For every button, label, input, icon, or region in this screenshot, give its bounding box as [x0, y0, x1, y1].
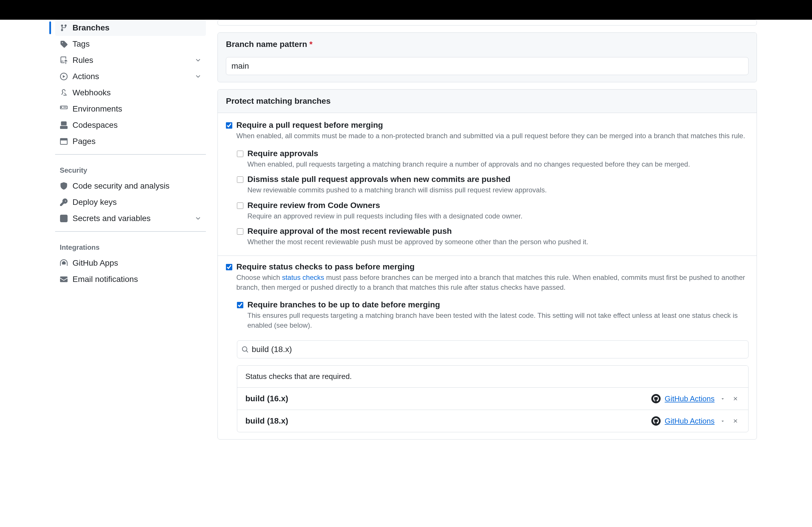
uptodate-checkbox[interactable]: [237, 302, 243, 308]
sidebar-item-branches[interactable]: Branches: [55, 20, 206, 36]
branch-pattern-panel: Branch name pattern *: [218, 32, 757, 82]
sidebar-item-label: Environments: [72, 104, 122, 114]
sidebar-item-code-security[interactable]: Code security and analysis: [55, 178, 206, 194]
divider: [55, 231, 206, 232]
status-checks-link[interactable]: status checks: [282, 273, 324, 281]
required-checks-box: Status checks that are required. build (…: [237, 365, 749, 432]
status-check-row: build (16.x) GitHub Actions: [237, 388, 748, 410]
sidebar-item-label: Deploy keys: [72, 198, 117, 207]
sidebar-item-actions[interactable]: Actions: [55, 69, 206, 85]
sidebar-item-secrets[interactable]: Secrets and variables: [55, 210, 206, 227]
status-search-input[interactable]: [237, 341, 749, 358]
sidebar-item-tags[interactable]: Tags: [55, 36, 206, 52]
require-approvals-checkbox[interactable]: [237, 151, 243, 157]
key-icon: [60, 198, 68, 206]
sidebar-item-label: Code security and analysis: [72, 181, 170, 191]
status-check-name: build (16.x): [245, 394, 647, 403]
require-status-label: Require status checks to pass before mer…: [236, 262, 749, 271]
sidebar-item-label: Actions: [72, 72, 99, 81]
key-asterisk-icon: [60, 214, 68, 223]
dismiss-stale-row: Dismiss stale pull request approvals whe…: [237, 174, 749, 200]
codeowners-label: Require review from Code Owners: [247, 201, 523, 210]
required-checks-title: Status checks that are required.: [237, 366, 748, 388]
uptodate-desc: This ensures pull requests targeting a m…: [247, 311, 749, 330]
browser-icon: [60, 137, 68, 146]
sidebar-item-label: Tags: [72, 40, 90, 49]
sidebar-item-label: GitHub Apps: [72, 258, 118, 268]
remove-button[interactable]: [731, 416, 740, 426]
status-check-row: build (18.x) GitHub Actions: [237, 410, 748, 432]
tag-icon: [60, 40, 68, 48]
remove-button[interactable]: [731, 394, 740, 403]
sidebar-item-email-notifications[interactable]: Email notifications: [55, 271, 206, 287]
chevron-down-icon: [195, 57, 201, 63]
mail-icon: [60, 275, 68, 283]
require-pr-row: Require a pull request before merging Wh…: [226, 120, 749, 146]
status-check-source[interactable]: GitHub Actions: [665, 394, 714, 403]
require-status-row: Require status checks to pass before mer…: [226, 261, 749, 297]
sidebar-item-label: Codespaces: [72, 121, 118, 130]
panel-top-fragment: [218, 20, 757, 26]
require-status-desc: Choose which status checks must pass bef…: [236, 273, 749, 292]
sidebar-item-label: Pages: [72, 137, 96, 146]
sidebar-item-webhooks[interactable]: Webhooks: [55, 85, 206, 101]
sidebar-item-label: Secrets and variables: [72, 214, 150, 223]
hubot-icon: [60, 259, 68, 267]
dismiss-stale-desc: New reviewable commits pushed to a match…: [247, 185, 547, 195]
top-bar: [0, 0, 812, 20]
github-icon: [651, 394, 661, 403]
last-push-label: Require approval of the most recent revi…: [247, 227, 588, 236]
repo-push-icon: [60, 56, 68, 64]
codeowners-checkbox[interactable]: [237, 202, 243, 209]
codeowners-row: Require review from Code Owners Require …: [237, 200, 749, 226]
sidebar-item-environments[interactable]: Environments: [55, 101, 206, 117]
status-check-name: build (18.x): [245, 416, 647, 426]
uptodate-row: Require branches to be up to date before…: [237, 300, 749, 335]
dropdown-button[interactable]: [719, 417, 727, 425]
last-push-row: Require approval of the most recent revi…: [237, 226, 749, 252]
sidebar-section-security: Security: [55, 159, 206, 178]
codespaces-icon: [60, 121, 68, 129]
dropdown-button[interactable]: [719, 395, 727, 403]
sidebar-item-github-apps[interactable]: GitHub Apps: [55, 255, 206, 271]
require-pr-label: Require a pull request before merging: [236, 121, 745, 130]
git-branch-icon: [60, 24, 68, 32]
sidebar-item-codespaces[interactable]: Codespaces: [55, 117, 206, 133]
require-pr-checkbox[interactable]: [226, 122, 232, 129]
branch-pattern-input[interactable]: [226, 57, 749, 75]
github-icon: [651, 416, 661, 426]
last-push-checkbox[interactable]: [237, 228, 243, 235]
last-push-desc: Whether the most recent reviewable push …: [247, 237, 588, 247]
require-approvals-row: Require approvals When enabled, pull req…: [237, 148, 749, 175]
dismiss-stale-checkbox[interactable]: [237, 177, 243, 183]
status-search-wrap: [237, 341, 749, 358]
sidebar-item-deploy-keys[interactable]: Deploy keys: [55, 194, 206, 210]
require-approvals-desc: When enabled, pull requests targeting a …: [247, 159, 690, 169]
status-check-source[interactable]: GitHub Actions: [665, 417, 714, 426]
uptodate-label: Require branches to be up to date before…: [247, 300, 749, 310]
divider: [55, 154, 206, 155]
sidebar-item-pages[interactable]: Pages: [55, 133, 206, 150]
require-status-checkbox[interactable]: [226, 264, 232, 270]
sidebar-item-rules[interactable]: Rules: [55, 52, 206, 69]
search-icon: [242, 346, 248, 353]
sidebar-item-label: Email notifications: [72, 275, 138, 284]
webhook-icon: [60, 89, 68, 97]
protect-title: Protect matching branches: [226, 96, 749, 106]
dismiss-stale-label: Dismiss stale pull request approvals whe…: [247, 175, 547, 184]
sidebar-item-label: Rules: [72, 56, 93, 65]
server-icon: [60, 105, 68, 113]
codeowners-desc: Require an approved review in pull reque…: [247, 211, 523, 221]
shield-icon: [60, 182, 68, 190]
require-approvals-label: Require approvals: [247, 149, 690, 158]
main-content: Branch name pattern * Protect matching b…: [218, 20, 757, 447]
protect-branches-panel: Protect matching branches Require a pull…: [218, 89, 757, 439]
branch-pattern-title: Branch name pattern *: [226, 40, 749, 49]
sidebar-section-integrations: Integrations: [55, 237, 206, 255]
sidebar-item-label: Webhooks: [72, 88, 111, 97]
settings-sidebar: Branches Tags Rules Actions Webhooks Env…: [55, 20, 218, 447]
chevron-down-icon: [195, 73, 201, 80]
chevron-down-icon: [195, 215, 201, 222]
require-pr-desc: When enabled, all commits must be made t…: [236, 131, 745, 141]
play-icon: [60, 72, 68, 80]
